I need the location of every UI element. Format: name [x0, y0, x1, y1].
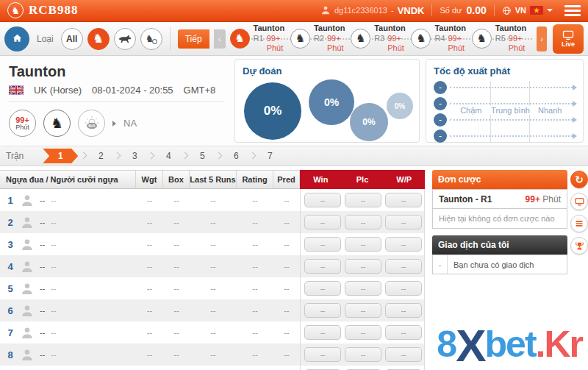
wp-odds-button[interactable]: --	[385, 281, 422, 296]
race-tabs-label: Trận	[6, 151, 24, 161]
race-carousel-item[interactable]: ♞ Taunton R3 99+ Phút	[351, 24, 411, 54]
win-odds-button[interactable]: --	[304, 281, 341, 296]
race-number-tab[interactable]: 3	[123, 149, 146, 163]
wp-odds-button[interactable]: --	[385, 193, 422, 207]
jockey-name: --	[51, 240, 56, 249]
carousel-prev-button[interactable]: ‹	[214, 29, 226, 49]
race-carousel-item[interactable]: ♞ Taunton R4 99+ Phút	[411, 24, 471, 54]
page: ♞ RCB988 dg11c2336013 - VNDK Số dư 0.00 …	[0, 0, 588, 370]
runner-row: 3 -- -- -- -- -- -- -- -- --	[0, 233, 425, 255]
race-carousel-item[interactable]: ♞ Taunton R1 99+ Phút	[230, 24, 290, 54]
jockey-avatar	[21, 193, 34, 207]
next-races-button[interactable]: Tiếp	[178, 29, 209, 49]
win-odds-button[interactable]: --	[304, 237, 341, 252]
race-number-tab[interactable]: 4	[157, 149, 179, 163]
race-number-tab[interactable]: 1	[43, 149, 78, 163]
wp-odds-button[interactable]: --	[385, 303, 422, 318]
runner-box: --	[163, 240, 190, 249]
speed-label-slow: Chậm	[451, 106, 491, 115]
plc-odds-button[interactable]: --	[345, 237, 381, 252]
win-odds-button[interactable]: --	[304, 347, 341, 362]
race-number-tab[interactable]: 6	[225, 149, 247, 163]
jockey-avatar	[21, 326, 34, 340]
wp-odds-button[interactable]: --	[385, 259, 422, 274]
carousel-next-button[interactable]: ›	[537, 26, 547, 51]
refresh-button[interactable]: ↻	[570, 171, 588, 188]
balance-value: 0.00	[466, 4, 486, 16]
weather-value: NA	[123, 118, 137, 129]
win-odds-button[interactable]: --	[304, 325, 341, 340]
race-number: R1	[254, 34, 264, 54]
filter-greyhound-button[interactable]	[114, 28, 136, 50]
wp-odds-button[interactable]: --	[385, 215, 422, 230]
horse-name: --	[40, 196, 45, 204]
filter-harness-button[interactable]: ♞	[140, 28, 162, 50]
jockey-name: --	[51, 218, 56, 227]
win-odds-button[interactable]: --	[304, 193, 341, 207]
win-odds-button[interactable]: --	[304, 259, 341, 274]
runner-weight: --	[136, 240, 163, 249]
runner-rating: --	[237, 306, 273, 315]
runner-weight: --	[136, 328, 163, 337]
wp-odds-button[interactable]: --	[385, 237, 422, 252]
countdown-badge: 99+ Phút	[9, 110, 36, 137]
win-odds-button[interactable]: --	[304, 303, 341, 318]
runner-weight: --	[136, 350, 163, 359]
user-icon	[320, 5, 331, 15]
leaderboard-button[interactable]	[570, 237, 588, 255]
race-venue: Taunton	[314, 24, 351, 34]
plc-odds-button[interactable]: --	[345, 325, 381, 340]
user-account[interactable]: dg11c2336013 - VNDK	[320, 5, 425, 16]
results-list-button[interactable]	[570, 215, 588, 232]
home-button[interactable]	[4, 26, 29, 51]
betslip-empty-message: Hiện tại không có đơn cược nào	[432, 209, 567, 229]
race-number-tab[interactable]: 2	[90, 149, 112, 163]
jockey-avatar	[21, 216, 34, 230]
language-selector[interactable]: VN ★	[502, 6, 553, 15]
live-stream-button[interactable]	[570, 193, 588, 210]
horse-name: --	[40, 262, 45, 271]
runner-rating: --	[237, 196, 273, 204]
race-carousel-item[interactable]: ♞ Taunton R2 99+ Phút	[290, 24, 351, 54]
runner-pred: --	[273, 328, 300, 337]
transactions-empty-row: - Bạn chưa có giao dịch	[432, 255, 567, 274]
countdown-value: 99+	[15, 116, 29, 124]
runner-last5runs: --	[190, 196, 237, 204]
wp-odds-button[interactable]: --	[385, 325, 422, 340]
filter-horse-racing-button[interactable]: ♞	[87, 28, 110, 50]
plc-odds-button[interactable]: --	[345, 347, 381, 362]
divider	[431, 4, 432, 16]
runner-row: 7 -- -- -- -- -- -- -- -- --	[0, 321, 425, 344]
start-speed-title: Tốc độ xuất phát	[434, 65, 576, 77]
tv-icon	[575, 197, 584, 206]
uk-flag-icon	[9, 85, 24, 95]
race-number-tab[interactable]: 5	[191, 149, 213, 163]
speed-marker: -	[434, 113, 447, 127]
table-header-row: Ngựa đua / Người cưỡi ngựa Wgt Box Last …	[0, 170, 425, 189]
horse-icon: ♞	[411, 29, 431, 49]
speed-row: -	[434, 128, 576, 144]
race-carousel-item[interactable]: ♞ Taunton R5 99+ Phút	[472, 24, 532, 54]
language-code: VN	[515, 6, 526, 15]
prediction-panel: Dự đoán 0% 0% 0% 0%	[234, 59, 420, 143]
col-header-box: Box	[163, 170, 190, 189]
runner-rating: --	[237, 284, 273, 293]
wp-odds-button[interactable]: --	[385, 347, 422, 362]
race-number-tab[interactable]: 7	[259, 149, 281, 163]
brand-logo[interactable]: ♞ RCB988	[7, 2, 78, 18]
speed-arrow-line	[450, 87, 576, 88]
menu-button[interactable]	[564, 5, 581, 16]
plc-odds-button[interactable]: --	[345, 281, 381, 296]
runners-table: Ngựa đua / Người cưỡi ngựa Wgt Box Last …	[0, 170, 425, 370]
runner-row: 4 -- -- -- -- -- -- -- -- --	[0, 255, 425, 277]
jockey-avatar	[21, 304, 34, 318]
plc-odds-button[interactable]: --	[345, 303, 381, 318]
win-odds-button[interactable]: --	[304, 215, 341, 230]
live-button[interactable]: Live	[553, 24, 584, 54]
race-countdown: 99+ Phút	[387, 34, 411, 54]
plc-odds-button[interactable]: --	[345, 215, 381, 230]
plc-odds-button[interactable]: --	[345, 193, 381, 207]
plc-odds-button[interactable]: --	[345, 259, 381, 274]
betslip-race-row: Taunton - R1 99+ Phút	[432, 189, 567, 209]
filter-all-button[interactable]: All	[61, 28, 83, 50]
